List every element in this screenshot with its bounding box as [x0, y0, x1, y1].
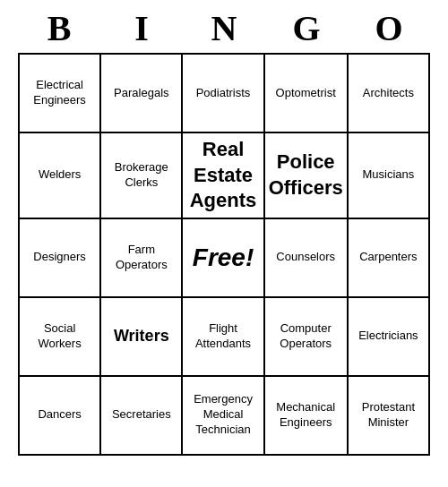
bingo-letter: N: [185, 7, 263, 49]
cell-r1-c2: Real Estate Agents: [183, 133, 264, 219]
cell-r3-c0: Social Workers: [20, 298, 101, 377]
cell-r2-c4: Carpenters: [349, 219, 430, 298]
cell-r1-c0: Welders: [20, 133, 101, 219]
bingo-letter: B: [20, 7, 99, 49]
cell-r0-c1: Paralegals: [101, 55, 183, 133]
cell-r3-c1: Writers: [101, 298, 183, 377]
bingo-letter: G: [267, 7, 346, 49]
cell-r0-c0: Electrical Engineers: [20, 55, 101, 133]
cell-r3-c2: Flight Attendants: [183, 298, 264, 377]
bingo-letter: I: [102, 7, 181, 49]
bingo-header: BINGO: [18, 0, 430, 53]
bingo-letter: O: [349, 7, 428, 49]
cell-r3-c4: Electricians: [349, 298, 430, 377]
cell-r4-c4: Protestant Minister: [349, 377, 430, 456]
cell-r2-c3: Counselors: [265, 219, 349, 298]
cell-r1-c3: Police Officers: [265, 133, 349, 219]
cell-r4-c0: Dancers: [20, 377, 101, 456]
cell-r0-c2: Podiatrists: [183, 55, 264, 133]
cell-r2-c2: Free!: [183, 219, 264, 298]
cell-r2-c0: Designers: [20, 219, 101, 298]
cell-r1-c4: Musicians: [349, 133, 430, 219]
cell-r2-c1: Farm Operators: [101, 219, 183, 298]
cell-r4-c1: Secretaries: [101, 377, 183, 456]
cell-r4-c3: Mechanical Engineers: [265, 377, 349, 456]
bingo-grid: Electrical EngineersParalegalsPodiatrist…: [18, 53, 430, 456]
cell-r1-c1: Brokerage Clerks: [101, 133, 183, 219]
cell-r4-c2: Emergency Medical Technician: [183, 377, 264, 456]
cell-r0-c4: Architects: [349, 55, 430, 133]
cell-r3-c3: Computer Operators: [265, 298, 349, 377]
cell-r0-c3: Optometrist: [265, 55, 349, 133]
